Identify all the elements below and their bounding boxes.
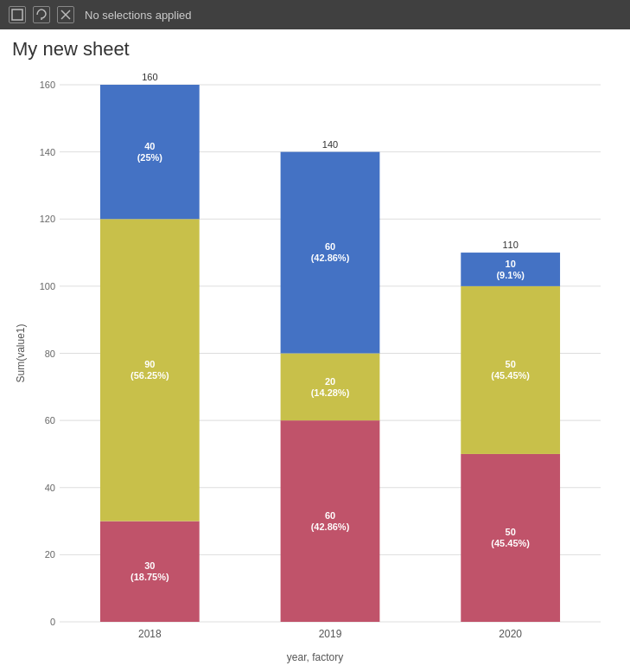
bar-total-label: 160	[142, 72, 157, 82]
sheet-container: My new sheet 020406080100120140160Sum(va…	[0, 29, 630, 672]
bar-label: 60	[325, 241, 335, 252]
page-title: My new sheet	[12, 38, 618, 61]
bar-label: (14.28%)	[311, 387, 350, 398]
bar-label: (45.45%)	[491, 370, 530, 381]
svg-text:120: 120	[40, 214, 55, 224]
x-tick-label: 2019	[319, 628, 342, 640]
bar-label: (18.75%)	[130, 572, 169, 582]
svg-text:0: 0	[50, 617, 55, 627]
bar-label: 50	[506, 527, 516, 537]
select-rect-icon[interactable]	[9, 6, 26, 23]
bar-label: 10	[506, 259, 516, 269]
svg-text:100: 100	[40, 281, 55, 291]
x-axis-label: year, factory	[12, 651, 618, 663]
select-clear-icon[interactable]	[57, 6, 74, 23]
chart-svg-container: 020406080100120140160Sum(value1)30(18.75…	[12, 67, 618, 648]
x-tick-label: 2018	[138, 628, 162, 640]
bar-label: (42.86%)	[311, 522, 350, 532]
svg-text:Sum(value1): Sum(value1)	[15, 323, 27, 382]
bar-label: 40	[144, 141, 155, 151]
svg-text:60: 60	[45, 415, 55, 426]
no-selections-label: No selections applied	[85, 9, 192, 22]
bar-label: (45.45%)	[491, 538, 530, 548]
bar-label: (9.1%)	[496, 270, 525, 280]
select-lasso-icon[interactable]	[33, 6, 50, 23]
bar-label: (25%)	[137, 152, 163, 163]
bar-label: 30	[144, 560, 155, 571]
toolbar: No selections applied	[0, 0, 630, 29]
svg-text:80: 80	[45, 349, 55, 359]
bar-label: 20	[325, 376, 335, 387]
bar-chart: 020406080100120140160Sum(value1)30(18.75…	[12, 67, 618, 648]
bar-label: (42.86%)	[311, 253, 350, 263]
bar-total-label: 110	[502, 240, 518, 250]
bar-label: (56.25%)	[130, 370, 169, 381]
svg-text:40: 40	[45, 483, 55, 493]
svg-rect-0	[12, 10, 22, 20]
bar-total-label: 140	[322, 139, 338, 150]
x-tick-label: 2020	[499, 628, 522, 640]
bar-label: 50	[506, 359, 516, 369]
svg-text:140: 140	[40, 147, 55, 157]
svg-text:160: 160	[40, 80, 55, 90]
bar-label: 60	[325, 510, 335, 521]
bar-label: 90	[144, 359, 155, 369]
chart-area: 020406080100120140160Sum(value1)30(18.75…	[12, 67, 618, 663]
svg-text:20: 20	[45, 549, 55, 560]
